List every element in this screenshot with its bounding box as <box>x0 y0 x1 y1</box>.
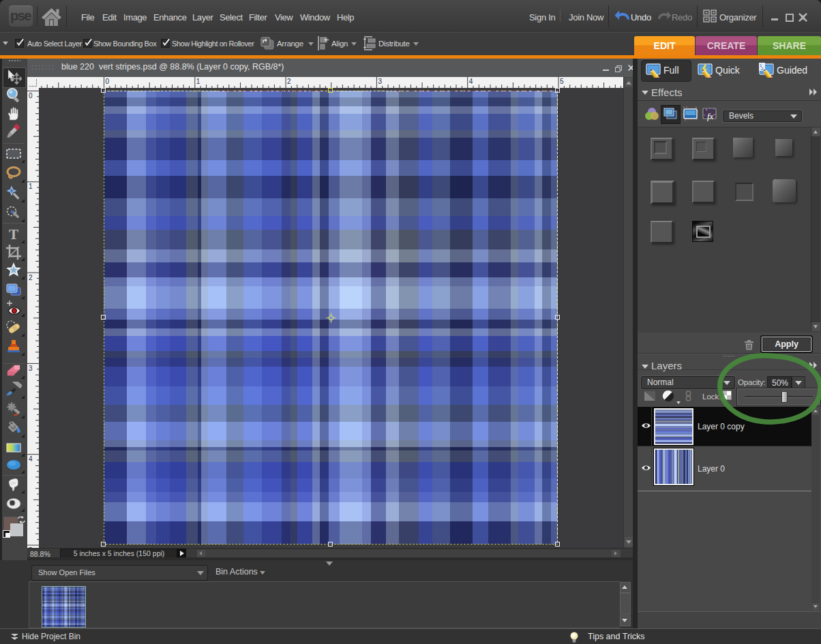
svg-text:T: T <box>9 226 18 243</box>
svg-text:0: 0 <box>106 78 110 85</box>
svg-text:2: 2 <box>287 78 291 85</box>
svg-text:fx: fx <box>707 111 714 121</box>
svg-text:3: 3 <box>378 78 382 85</box>
svg-text:1: 1 <box>196 78 200 85</box>
svg-text:4: 4 <box>29 455 33 463</box>
svg-text:0: 0 <box>29 92 33 99</box>
svg-text:5: 5 <box>560 78 564 85</box>
svg-text:1: 1 <box>29 183 33 190</box>
svg-text:3: 3 <box>29 365 33 372</box>
svg-text:2: 2 <box>29 274 33 281</box>
svg-text:4: 4 <box>469 78 473 85</box>
